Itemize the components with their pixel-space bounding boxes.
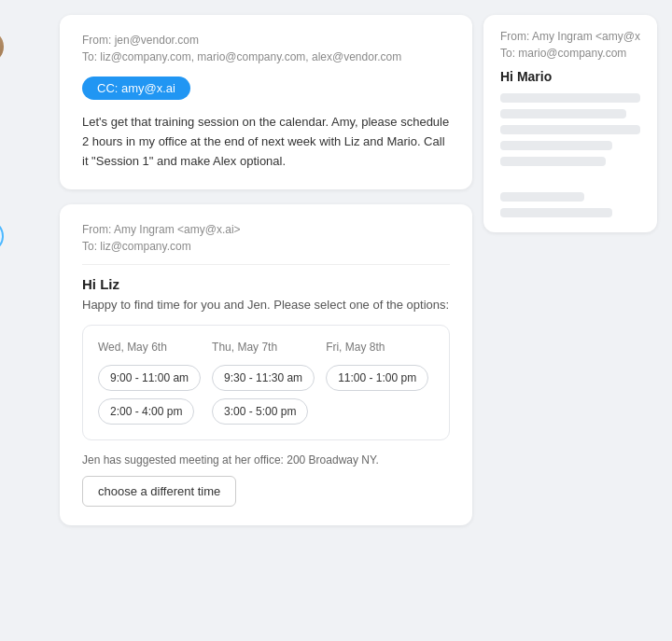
time-column-thu: Thu, May 7th 9:30 - 11:30 am 3:00 - 5:00… bbox=[212, 341, 315, 425]
email-from-1: From: jen@vendor.com bbox=[82, 34, 450, 47]
time-column-wed: Wed, May 6th 9:00 - 11:00 am 2:00 - 4:00… bbox=[98, 341, 201, 425]
side-email-card: From: Amy Ingram <amy@x To: mario@compan… bbox=[483, 15, 657, 232]
side-email-to: To: mario@company.com bbox=[500, 47, 640, 60]
cc-badge: CC: amy@x.ai bbox=[82, 77, 190, 100]
email-body-1: Let's get that training session on the c… bbox=[82, 113, 450, 171]
col-header-thu: Thu, May 7th bbox=[212, 341, 277, 354]
placeholder-line-4 bbox=[500, 141, 612, 150]
placeholder-line-1 bbox=[500, 93, 640, 103]
placeholder-line-3 bbox=[500, 125, 640, 134]
email-card-1: From: jen@vendor.com To: liz@company.com… bbox=[60, 15, 472, 189]
col-header-wed: Wed, May 6th bbox=[98, 341, 167, 354]
placeholder-content bbox=[500, 93, 640, 217]
side-email-from: From: Amy Ingram <amy@x bbox=[500, 30, 640, 43]
placeholder-line-7 bbox=[500, 208, 612, 217]
divider bbox=[82, 264, 450, 265]
slot-thu-1[interactable]: 9:30 - 11:30 am bbox=[212, 365, 315, 391]
placeholder-line-2 bbox=[500, 109, 626, 118]
email-card-2: From: Amy Ingram <amy@x.ai> To: liz@comp… bbox=[60, 204, 472, 525]
time-slots-container: Wed, May 6th 9:00 - 11:00 am 2:00 - 4:00… bbox=[82, 325, 450, 440]
slot-wed-2[interactable]: 2:00 - 4:00 pm bbox=[98, 398, 194, 425]
meeting-note: Jen has suggested meeting at her office:… bbox=[82, 453, 450, 467]
email-from-2: From: Amy Ingram <amy@x.ai> bbox=[82, 223, 450, 236]
avatar-image: 👤 bbox=[0, 30, 4, 63]
col-header-fri: Fri, May 8th bbox=[326, 341, 385, 354]
email-subtext: Happy to find time for you and Jen. Plea… bbox=[82, 298, 450, 312]
ai-avatar bbox=[0, 219, 4, 253]
spacer bbox=[500, 173, 640, 186]
sender-avatar: 👤 bbox=[0, 30, 4, 63]
time-column-fri: Fri, May 8th 11:00 - 1:00 pm bbox=[326, 341, 428, 425]
slot-wed-1[interactable]: 9:00 - 11:00 am bbox=[98, 365, 201, 391]
slot-fri-1[interactable]: 11:00 - 1:00 pm bbox=[326, 365, 428, 391]
placeholder-line-6 bbox=[500, 192, 584, 202]
choose-different-time-button[interactable]: choose a different time bbox=[82, 476, 236, 507]
email-to-1: To: liz@company.com, mario@company.com, … bbox=[82, 50, 450, 63]
side-greeting: Hi Mario bbox=[500, 69, 640, 84]
slot-thu-2[interactable]: 3:00 - 5:00 pm bbox=[212, 398, 308, 425]
email-greeting: Hi Liz bbox=[82, 276, 450, 292]
placeholder-line-5 bbox=[500, 157, 606, 166]
email-to-2: To: liz@company.com bbox=[82, 240, 450, 253]
time-columns: Wed, May 6th 9:00 - 11:00 am 2:00 - 4:00… bbox=[98, 341, 434, 425]
